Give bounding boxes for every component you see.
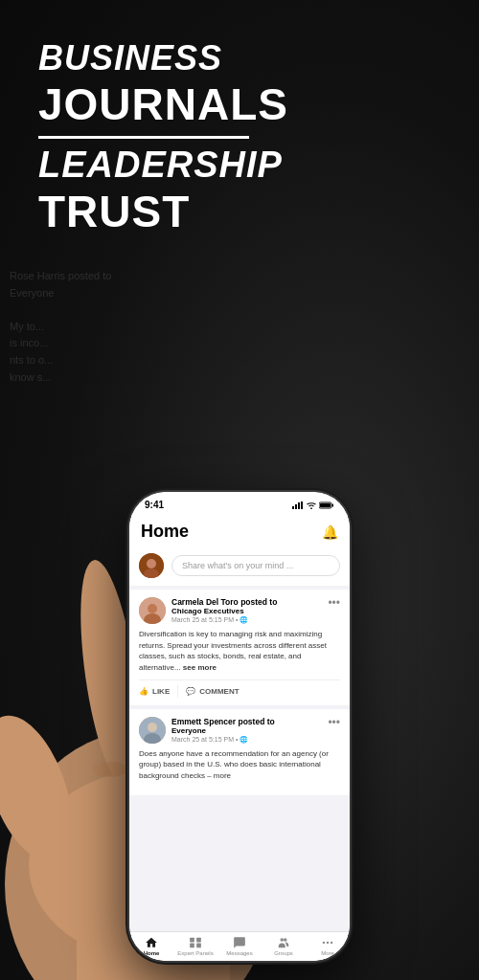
post-group: Chicago Executives	[171, 607, 277, 615]
svg-rect-1	[295, 504, 297, 509]
user-avatar	[139, 553, 164, 578]
feed: Share what's on your mind ...	[129, 546, 350, 931]
post-body-2: Does anyone have a recommendation for an…	[139, 748, 340, 782]
svg-point-22	[323, 942, 325, 944]
svg-point-14	[148, 723, 157, 732]
notification-bell-icon[interactable]: 🔔	[322, 524, 338, 540]
nav-item-messages[interactable]: Messages	[217, 936, 262, 956]
post-header: Carmela Del Toro posted to Chicago Execu…	[139, 597, 340, 624]
groups-icon	[277, 936, 290, 949]
background-ghost-content: Rose Harris posted to Everyone My to... …	[10, 268, 111, 386]
nav-label-groups: Groups	[274, 950, 293, 956]
svg-rect-17	[196, 938, 201, 943]
post-time-2: March 25 at 5:15 PM • 🌐	[171, 736, 275, 744]
svg-point-23	[327, 942, 329, 944]
post-card-2: Emmett Spencer posted to Everyone March …	[129, 709, 350, 795]
post-options-icon[interactable]: •••	[328, 597, 340, 609]
nav-item-expert-panels[interactable]: Expert Panels	[173, 936, 217, 956]
expert-panels-icon	[189, 936, 202, 949]
svg-point-21	[284, 938, 287, 942]
nav-label-messages: Messages	[226, 950, 252, 956]
app-content: Home 🔔 Share what's on your mind ...	[129, 514, 350, 961]
share-box: Share what's on your mind ...	[129, 546, 350, 586]
comment-button[interactable]: 💬 COMMENT	[178, 685, 246, 698]
svg-rect-18	[190, 944, 194, 948]
svg-rect-6	[332, 503, 334, 506]
post-avatar	[139, 597, 166, 624]
svg-rect-2	[298, 502, 300, 509]
comment-icon: 💬	[186, 687, 195, 696]
svg-rect-0	[292, 506, 294, 509]
messages-icon	[233, 936, 246, 949]
like-button[interactable]: 👍 LIKE	[139, 685, 178, 698]
nav-label-expert-panels: Expert Panels	[177, 950, 213, 956]
battery-icon	[319, 501, 334, 509]
share-input[interactable]: Share what's on your mind ...	[171, 555, 340, 576]
brand-line3: Leadership	[38, 145, 288, 186]
svg-rect-16	[190, 938, 194, 943]
post-actions: 👍 LIKE 💬 COMMENT	[139, 679, 340, 698]
post-meta-2: Emmett Spencer posted to Everyone March …	[171, 717, 275, 744]
post-group-2: Everyone	[171, 726, 275, 735]
svg-rect-3	[301, 501, 303, 509]
post-author-name: Carmela Del Toro posted to	[171, 597, 277, 607]
brand-line2: Journals	[38, 78, 288, 130]
thumb-up-icon: 👍	[139, 687, 148, 696]
see-more-link[interactable]: see more	[183, 663, 217, 672]
branding-area: Business Journals Leadership Trust	[38, 38, 288, 237]
nav-item-groups[interactable]: Groups	[262, 936, 306, 956]
post-avatar-2	[139, 717, 166, 744]
post-card: Carmela Del Toro posted to Chicago Execu…	[129, 590, 350, 705]
page-title: Home	[141, 522, 189, 542]
status-bar: 9:41	[129, 492, 350, 514]
svg-rect-5	[320, 503, 331, 507]
post-body: Diversification is key to managing risk …	[139, 629, 340, 673]
svg-point-8	[147, 559, 156, 568]
brand-line1: Business	[38, 38, 288, 78]
post-options-icon-2[interactable]: •••	[328, 717, 340, 728]
phone-screen: 9:41	[129, 492, 350, 961]
app-header: Home 🔔	[129, 514, 350, 546]
post-header-2: Emmett Spencer posted to Everyone March …	[139, 717, 340, 744]
svg-rect-19	[196, 944, 201, 948]
brand-line4: Trust	[38, 186, 288, 237]
post-time: March 25 at 5:15 PM • 🌐	[171, 616, 277, 624]
phone-frame: 9:41	[129, 492, 350, 961]
status-time: 9:41	[145, 500, 164, 510]
wifi-icon	[307, 501, 316, 509]
svg-point-24	[331, 942, 332, 944]
post-author-row-2: Emmett Spencer posted to Everyone March …	[139, 717, 275, 744]
more-icon	[321, 936, 334, 949]
home-icon	[145, 936, 158, 949]
post-meta: Carmela Del Toro posted to Chicago Execu…	[171, 597, 277, 624]
brand-divider	[38, 136, 249, 139]
post-author-name-2: Emmett Spencer posted to	[171, 717, 275, 726]
svg-point-20	[281, 938, 285, 942]
nav-label-more: More	[321, 950, 334, 956]
svg-point-11	[148, 604, 157, 613]
nav-label-home: Home	[144, 950, 160, 956]
bottom-nav: Home Expert Panels Messages	[129, 931, 350, 961]
signal-icon	[292, 501, 304, 509]
status-icons	[292, 501, 334, 509]
post-author-row: Carmela Del Toro posted to Chicago Execu…	[139, 597, 277, 624]
